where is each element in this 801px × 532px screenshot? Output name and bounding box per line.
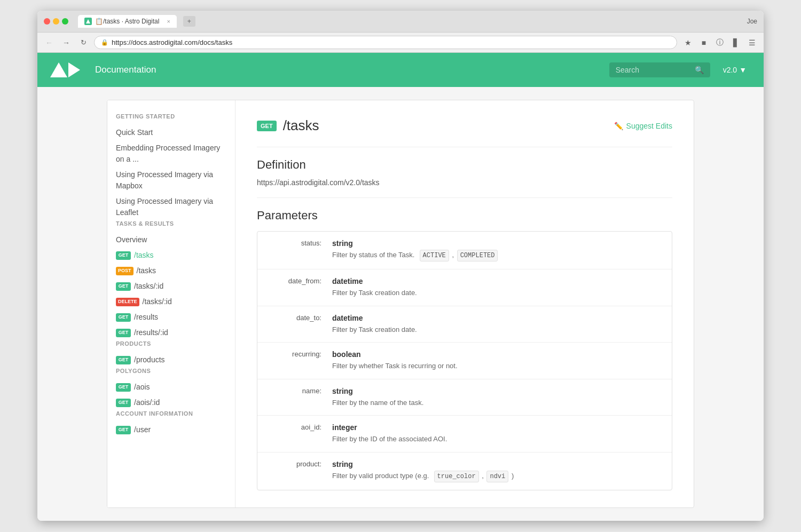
logo-triangle-icon bbox=[50, 62, 67, 77]
tab-favicon bbox=[84, 18, 92, 25]
get-badge-2: GET bbox=[116, 282, 131, 291]
tab-close-button[interactable]: × bbox=[167, 18, 170, 25]
params-table: status: string Filter by status of the T… bbox=[257, 231, 672, 490]
sidebar-item-tasks-id-label: /tasks/:id bbox=[134, 281, 163, 292]
sidebar-item-results-id-label: /results/:id bbox=[134, 327, 168, 338]
param-row-date-from: date_from: datetime Filter by Task creat… bbox=[257, 269, 672, 306]
sidebar-item-get-tasks[interactable]: GET /tasks bbox=[116, 248, 226, 263]
app-title: Documentation bbox=[95, 65, 156, 75]
back-button[interactable]: ← bbox=[43, 36, 56, 49]
divider-2 bbox=[257, 197, 672, 198]
get-badge-8: GET bbox=[116, 426, 131, 434]
sidebar-item-delete-tasks-id[interactable]: DELETE /tasks/:id bbox=[116, 294, 226, 309]
endpoint-header: GET /tasks ✏️ Suggest Edits bbox=[257, 117, 672, 134]
sidebar-section-title-getting-started: GETTING STARTED bbox=[116, 113, 226, 120]
refresh-button[interactable]: ↻ bbox=[77, 36, 90, 49]
suggest-edits-link[interactable]: ✏️ Suggest Edits bbox=[614, 122, 672, 130]
delete-badge: DELETE bbox=[116, 298, 139, 306]
sidebar-item-get-aois-id[interactable]: GET /aois/:id bbox=[116, 395, 226, 410]
app-header: Documentation 🔍 v2.0 ▼ bbox=[37, 53, 764, 87]
get-badge-5: GET bbox=[116, 356, 131, 364]
maximize-dot[interactable] bbox=[62, 18, 68, 25]
sidebar-item-leaflet[interactable]: Using Processed Imagery via Leaflet bbox=[116, 194, 226, 220]
sidebar-section-getting-started: GETTING STARTED Quick Start Embedding Pr… bbox=[116, 113, 226, 220]
suggest-edits-label: Suggest Edits bbox=[626, 122, 672, 130]
info-button[interactable]: ⓘ bbox=[713, 36, 726, 49]
code-badge-completed: COMPLETED bbox=[457, 250, 498, 261]
param-details-status: string Filter by status of the Task. ACT… bbox=[332, 239, 661, 261]
sidebar-item-delete-tasks-id-label: /tasks/:id bbox=[143, 296, 172, 307]
sidebar-item-get-products[interactable]: GET /products bbox=[116, 352, 226, 368]
sidebar-section-account: ACCOUNT INFORMATION GET /user bbox=[116, 410, 226, 438]
sidebar: GETTING STARTED Quick Start Embedding Pr… bbox=[107, 100, 235, 507]
sidebar-section-tasks: TASKS & RESULTS Overview GET /tasks POST… bbox=[116, 220, 226, 340]
sidebar-item-quick-start[interactable]: Quick Start bbox=[116, 125, 226, 140]
sidebar-item-post-tasks[interactable]: POST /tasks bbox=[116, 263, 226, 279]
param-details-date-from: datetime Filter by Task creation date. bbox=[332, 277, 661, 298]
sidebar-item-get-results[interactable]: GET /results bbox=[116, 309, 226, 325]
param-name-date-from: date_from: bbox=[268, 277, 332, 298]
sidebar-item-overview[interactable]: Overview bbox=[116, 232, 226, 248]
bookmark-button[interactable]: ★ bbox=[681, 36, 694, 49]
sidebar-item-get-user[interactable]: GET /user bbox=[116, 422, 226, 438]
param-type-date-from: datetime bbox=[332, 277, 661, 285]
edit-icon: ✏️ bbox=[614, 122, 623, 130]
pocket-button[interactable]: ■ bbox=[697, 36, 710, 49]
definition-section: Definition https://api.astrodigital.com/… bbox=[257, 158, 672, 187]
address-bar[interactable]: 🔒 https://docs.astrodigital.com/docs/tas… bbox=[94, 36, 677, 49]
param-name-date-to: date_to: bbox=[268, 314, 332, 335]
search-box[interactable]: 🔍 bbox=[609, 62, 710, 77]
content-wrapper: GETTING STARTED Quick Start Embedding Pr… bbox=[107, 100, 694, 508]
close-dot[interactable] bbox=[44, 18, 50, 25]
sidebar-item-mapbox[interactable]: Using Processed Imagery via Mapbox bbox=[116, 167, 226, 194]
search-input[interactable] bbox=[616, 66, 690, 74]
code-badge-ndvi: ndvi bbox=[486, 471, 508, 482]
param-name-product: product: bbox=[268, 460, 332, 482]
forward-button[interactable]: → bbox=[60, 36, 73, 49]
browser-user: Joe bbox=[747, 18, 757, 25]
definition-title: Definition bbox=[257, 158, 672, 172]
param-name-name: name: bbox=[268, 387, 332, 408]
endpoint-name: /tasks bbox=[283, 117, 319, 134]
sidebar-item-get-results-id[interactable]: GET /results/:id bbox=[116, 325, 226, 340]
tab-title: 📋/tasks · Astro Digital bbox=[95, 18, 159, 25]
param-row-aoi-id: aoi_id: integer Filter by the ID of the … bbox=[257, 416, 672, 452]
divider-1 bbox=[257, 147, 672, 147]
sidebar-item-get-tasks-id[interactable]: GET /tasks/:id bbox=[116, 279, 226, 294]
browser-toolbar: ← → ↻ 🔒 https://docs.astrodigital.com/do… bbox=[37, 33, 764, 53]
svg-marker-0 bbox=[86, 19, 90, 23]
extension-button[interactable]: ▋ bbox=[729, 36, 742, 49]
sidebar-item-get-aois[interactable]: GET /aois bbox=[116, 379, 226, 395]
version-dropdown[interactable]: v2.0 ▼ bbox=[719, 62, 751, 77]
get-badge-3: GET bbox=[116, 313, 131, 322]
endpoint-title: GET /tasks bbox=[257, 117, 319, 134]
sidebar-item-tasks-label: /tasks bbox=[134, 250, 154, 261]
post-badge: POST bbox=[116, 267, 134, 275]
get-badge-6: GET bbox=[116, 383, 131, 392]
param-desc-date-from: Filter by Task creation date. bbox=[332, 288, 661, 298]
endpoint-method-badge: GET bbox=[257, 121, 277, 131]
param-details-date-to: datetime Filter by Task creation date. bbox=[332, 314, 661, 335]
sidebar-section-title-account: ACCOUNT INFORMATION bbox=[116, 410, 226, 417]
toolbar-actions: ★ ■ ⓘ ▋ ☰ bbox=[681, 36, 758, 49]
code-badge-true-color: true_color bbox=[434, 471, 479, 482]
param-row-product: product: string Filter by valid product … bbox=[257, 452, 672, 490]
new-tab-button[interactable]: + bbox=[183, 16, 195, 27]
sidebar-section-title-products: PRODUCTS bbox=[116, 340, 226, 347]
sidebar-section-title-tasks: TASKS & RESULTS bbox=[116, 220, 226, 227]
sidebar-item-embedding[interactable]: Embedding Processed Imagery on a ... bbox=[116, 140, 226, 167]
browser-tab[interactable]: 📋/tasks · Astro Digital × bbox=[78, 15, 177, 28]
param-details-product: string Filter by valid product type (e.g… bbox=[332, 460, 661, 482]
menu-button[interactable]: ☰ bbox=[745, 36, 758, 49]
browser-window: 📋/tasks · Astro Digital × + Joe ← → ↻ 🔒 … bbox=[37, 11, 764, 521]
search-icon: 🔍 bbox=[695, 66, 704, 74]
sidebar-item-products-label: /products bbox=[134, 354, 165, 366]
param-name-aoi-id: aoi_id: bbox=[268, 423, 332, 444]
param-details-aoi-id: integer Filter by the ID of the associat… bbox=[332, 423, 661, 444]
minimize-dot[interactable] bbox=[53, 18, 59, 25]
sidebar-item-results-label: /results bbox=[134, 312, 158, 323]
param-row-date-to: date_to: datetime Filter by Task creatio… bbox=[257, 306, 672, 343]
sidebar-section-title-polygons: POLYGONS bbox=[116, 368, 226, 374]
sidebar-section-products: PRODUCTS GET /products bbox=[116, 340, 226, 368]
param-type-status: string bbox=[332, 239, 661, 248]
